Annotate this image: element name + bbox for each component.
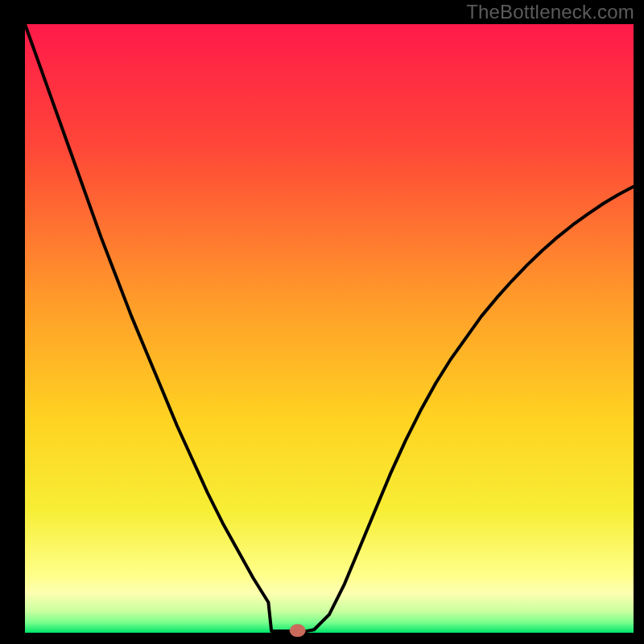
chart-svg bbox=[0, 0, 644, 644]
plot-background bbox=[25, 24, 634, 633]
optimum-marker bbox=[290, 624, 306, 637]
watermark-text: TheBottleneck.com bbox=[466, 1, 634, 23]
chart-container: TheBottleneck.com bbox=[0, 0, 644, 644]
